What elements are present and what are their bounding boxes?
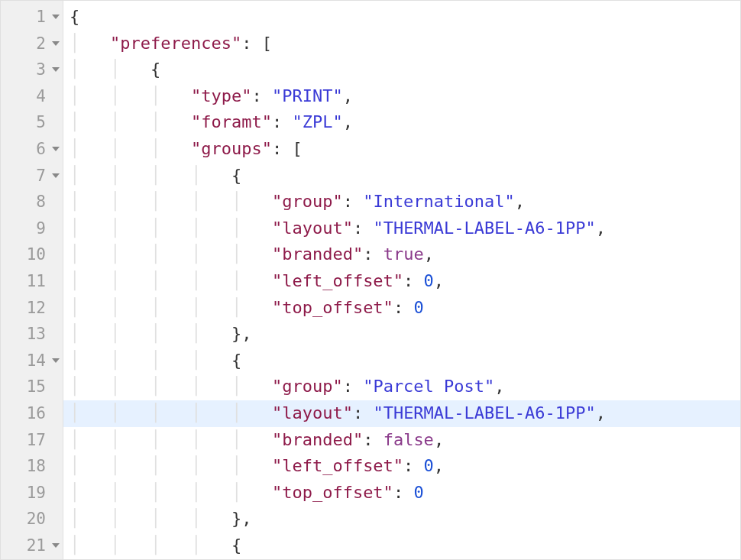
token-guide: │ (70, 112, 110, 131)
line-number: 4 (36, 87, 46, 105)
gutter-line[interactable]: 20 (1, 506, 63, 532)
gutter-line[interactable]: 18 (1, 453, 63, 480)
token-key: "top_offset" (272, 298, 393, 317)
token-str: "International" (363, 192, 515, 211)
token-guide: │ (191, 377, 231, 396)
token-guide: │ (110, 60, 150, 79)
line-number: 14 (27, 351, 46, 370)
token-key: "branded" (272, 244, 363, 264)
code-line[interactable]: │ │ │ │ { (63, 348, 740, 374)
code-line[interactable]: │ │ │ │ │ "branded": true, (63, 241, 740, 268)
gutter-line[interactable]: 3 (1, 57, 63, 83)
token-guide: │ (70, 483, 110, 502)
code-line[interactable]: │ │ │ │ │ "top_offset": 0 (63, 295, 740, 322)
token-guide: │ (231, 271, 272, 290)
code-line[interactable]: │ │ │ │ │ "left_offset": 0, (63, 268, 740, 295)
gutter-line[interactable]: 11 (1, 268, 63, 295)
token-guide: │ (110, 403, 150, 422)
token-punc: : (353, 403, 374, 422)
token-guide: │ (70, 60, 110, 79)
gutter-line[interactable]: 4 (1, 83, 63, 110)
token-punc: , (494, 377, 504, 396)
gutter-line[interactable]: 7 (1, 163, 63, 189)
line-number: 7 (36, 167, 46, 185)
fold-toggle-icon[interactable] (52, 358, 60, 363)
token-guide: │ (110, 112, 150, 131)
token-guide: │ (231, 244, 272, 264)
token-guide: │ (110, 509, 150, 528)
token-punc: : (343, 192, 364, 211)
code-line[interactable]: │ │ │ "foramt": "ZPL", (63, 109, 740, 136)
token-guide: │ (110, 536, 150, 555)
fold-toggle-icon[interactable] (52, 173, 60, 178)
token-guide: │ (150, 351, 191, 370)
fold-toggle-icon[interactable] (52, 147, 60, 151)
gutter-line[interactable]: 17 (1, 427, 63, 454)
code-line[interactable]: │ │ │ │ │ "branded": false, (63, 427, 740, 454)
token-guide: │ (110, 351, 150, 370)
token-punc: : (251, 86, 272, 105)
fold-toggle-icon[interactable] (52, 15, 60, 19)
gutter-line[interactable]: 19 (1, 480, 63, 507)
token-guide: │ (231, 483, 272, 502)
code-line[interactable]: │ │ │ "type": "PRINT", (63, 83, 740, 110)
token-guide: │ (150, 509, 191, 528)
token-bool: true (383, 244, 424, 264)
token-guide: │ (150, 218, 191, 238)
token-key: "layout" (272, 403, 353, 422)
code-line[interactable]: │ │ │ │ │ "layout": "THERMAL-LABEL-A6-1P… (63, 400, 740, 427)
token-guide: │ (110, 298, 150, 317)
token-guide: │ (70, 298, 110, 317)
code-line[interactable]: { (63, 4, 740, 31)
gutter-line[interactable]: 12 (1, 295, 63, 322)
token-guide: │ (191, 298, 231, 317)
token-key: "group" (272, 377, 343, 396)
code-line[interactable]: │ │ │ │ │ "group": "Parcel Post", (63, 374, 740, 400)
code-editor[interactable]: 123456789101112131415161718192021 {│ "pr… (0, 0, 741, 560)
token-key: "layout" (272, 218, 353, 238)
fold-toggle-icon[interactable] (52, 543, 60, 548)
code-line[interactable]: │ │ │ │ │ "group": "International", (63, 189, 740, 215)
token-key: "left_offset" (272, 456, 403, 475)
fold-toggle-icon[interactable] (52, 41, 60, 46)
token-guide: │ (231, 298, 272, 317)
gutter-line[interactable]: 5 (1, 109, 63, 136)
gutter-line[interactable]: 16 (1, 400, 63, 427)
gutter-line[interactable]: 15 (1, 374, 63, 400)
code-line[interactable]: │ │ │ │ │ "top_offset": 0 (63, 480, 740, 507)
token-guide: │ (70, 351, 110, 370)
gutter-line[interactable]: 14 (1, 348, 63, 374)
token-guide: │ (150, 271, 191, 290)
gutter-line[interactable]: 1 (1, 4, 63, 31)
code-line[interactable]: │ "preferences": [ (63, 31, 740, 57)
code-line[interactable]: │ │ │ │ │ "left_offset": 0, (63, 453, 740, 480)
code-line[interactable]: │ │ │ │ }, (63, 506, 740, 532)
code-line[interactable]: │ │ │ │ { (63, 532, 740, 559)
line-number: 19 (27, 484, 46, 502)
code-line[interactable]: │ │ │ "groups": [ (63, 136, 740, 163)
gutter-line[interactable]: 10 (1, 241, 63, 268)
gutter-line[interactable]: 6 (1, 136, 63, 163)
token-guide: │ (110, 244, 150, 264)
code-line[interactable]: │ │ │ │ { (63, 163, 740, 189)
line-number: 6 (36, 140, 46, 158)
code-line[interactable]: │ │ │ │ │ "layout": "THERMAL-LABEL-A6-1P… (63, 215, 740, 242)
token-key: "preferences" (110, 34, 241, 53)
fold-toggle-icon[interactable] (52, 67, 60, 72)
token-guide: │ (150, 456, 191, 475)
gutter-line[interactable]: 9 (1, 215, 63, 242)
token-guide: │ (150, 403, 191, 422)
code-line[interactable]: │ │ │ │ }, (63, 321, 740, 348)
code-area[interactable]: {│ "preferences": [│ │ {│ │ │ "type": "P… (63, 1, 740, 559)
token-guide: │ (70, 244, 110, 264)
gutter-line[interactable]: 8 (1, 189, 63, 215)
gutter-line[interactable]: 21 (1, 532, 63, 559)
gutter-line[interactable]: 13 (1, 321, 63, 348)
code-line[interactable]: │ │ { (63, 57, 740, 83)
token-guide: │ (110, 192, 150, 211)
token-guide: │ (70, 139, 110, 158)
token-guide: │ (150, 430, 191, 449)
gutter-line[interactable]: 2 (1, 31, 63, 57)
token-guide: │ (70, 166, 110, 185)
token-punc: , (596, 403, 606, 422)
